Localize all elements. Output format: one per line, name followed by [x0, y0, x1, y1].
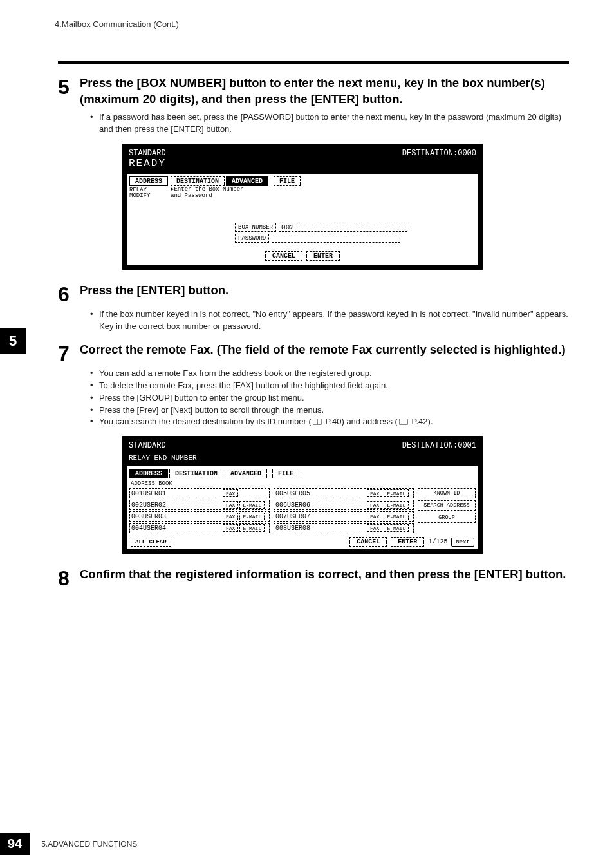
relay-modify-label: RELAY MODIFY — [129, 187, 150, 199]
divider — [58, 61, 569, 64]
step-5-bullets: If a password has been set, press the [P… — [90, 111, 569, 136]
sub-label: RELAY END NUMBER — [126, 454, 479, 466]
email-chip[interactable]: E-MAIL — [239, 513, 265, 520]
fax-chip[interactable]: FAX — [223, 513, 238, 520]
device-screenshot-2: STANDARD DESTINATION:0001 RELAY END NUMB… — [122, 436, 483, 554]
address-list-right: 005USER05 FAX E-MAIL 006USER06 FAX E-MAI… — [274, 488, 414, 534]
email-chip[interactable]: E-MAIL — [239, 501, 265, 509]
email-chip[interactable]: E-MAIL — [384, 513, 409, 520]
step-8: 8 Confirm that the registered informatio… — [58, 567, 569, 589]
bullet: You can add a remote Fax from the addres… — [90, 368, 569, 380]
step-title: Press the [ENTER] button. — [80, 283, 569, 305]
step-number: 5 — [58, 75, 80, 108]
page-number: 94 — [0, 833, 30, 855]
email-chip[interactable]: E-MAIL — [239, 524, 265, 532]
step-7-bullets: You can add a remote Fax from the addres… — [90, 368, 569, 428]
book-icon — [399, 419, 408, 425]
tab-file[interactable]: FILE — [272, 469, 299, 478]
step-number: 7 — [58, 342, 80, 364]
step-6: 6 Press the [ENTER] button. — [58, 283, 569, 305]
tab-destination[interactable]: DESTINATION — [169, 469, 223, 478]
enter-button[interactable]: ENTER — [391, 537, 424, 547]
tab-advanced[interactable]: ADVANCED — [225, 469, 267, 478]
step-number: 6 — [58, 283, 80, 305]
device-screenshot-1: STANDARD READY DESTINATION:0000 ADDRESS … — [122, 144, 483, 270]
ready-label: READY — [129, 158, 166, 169]
bullet: If the box number keyed in is not correc… — [90, 308, 569, 333]
fax-chip[interactable]: FAX — [367, 513, 382, 520]
tab-file[interactable]: FILE — [274, 176, 301, 186]
destination-count: DESTINATION:0001 — [402, 441, 476, 450]
group-button[interactable]: GROUP — [418, 513, 476, 523]
bullet: Press the [GROUP] button to enter the gr… — [90, 392, 569, 404]
next-button[interactable]: Next — [451, 538, 474, 547]
password-button[interactable]: PASSWORD — [235, 234, 269, 243]
mode-label: STANDARD — [129, 149, 166, 158]
address-entry[interactable]: 001USER01 FAX — [129, 488, 270, 498]
fax-chip[interactable]: FAX — [367, 524, 382, 532]
fax-chip[interactable]: FAX — [367, 489, 382, 497]
mode-label: STANDARD — [129, 441, 166, 450]
fax-chip[interactable]: FAX — [367, 501, 382, 509]
page-footer: 94 5.ADVANCED FUNCTIONS — [0, 833, 137, 855]
address-entry[interactable]: 003USER03 FAX E-MAIL — [129, 511, 270, 522]
address-book-label: ADDRESS BOOK — [131, 480, 476, 487]
address-entry[interactable]: 005USER05 FAX E-MAIL — [274, 488, 414, 498]
email-chip[interactable]: E-MAIL — [384, 489, 409, 497]
fax-chip[interactable]: FAX — [223, 501, 238, 509]
fax-chip[interactable]: FAX — [223, 524, 238, 532]
address-entry[interactable]: 006USER06 FAX E-MAIL — [274, 500, 414, 510]
address-list-left: 001USER01 FAX 002USER02 FAX E-MAIL 003US… — [129, 488, 270, 534]
tab-address[interactable]: ADDRESS — [129, 469, 168, 478]
hint-text: ▶Enter the Box Number and Password — [171, 187, 476, 200]
email-chip[interactable]: E-MAIL — [384, 524, 409, 532]
chapter-tab: 5 — [0, 328, 26, 354]
book-icon — [313, 419, 322, 425]
bullet: If a password has been set, press the [P… — [90, 111, 569, 136]
password-value[interactable] — [272, 234, 400, 243]
known-id-button[interactable]: KNOWN ID — [418, 488, 476, 498]
address-entry[interactable]: 007USER07 FAX E-MAIL — [274, 511, 414, 522]
destination-count: DESTINATION:0000 — [402, 149, 476, 169]
bullet: To delete the remote Fax, press the [FAX… — [90, 380, 569, 392]
step-6-bullets: If the box number keyed in is not correc… — [90, 308, 569, 333]
bullet: Press the [Prev] or [Next] button to scr… — [90, 404, 569, 417]
address-entry[interactable]: 004USER04 FAX E-MAIL — [129, 523, 270, 533]
address-entry[interactable]: 002USER02 FAX E-MAIL — [129, 500, 270, 510]
enter-button[interactable]: ENTER — [306, 251, 340, 261]
box-number-value[interactable]: 002 — [279, 223, 407, 232]
fax-chip[interactable]: FAX — [223, 489, 238, 497]
page-indicator: 1/125 — [428, 538, 447, 545]
cancel-button[interactable]: CANCEL — [349, 537, 387, 547]
step-title: Correct the remote Fax. (The field of th… — [80, 342, 569, 364]
cancel-button[interactable]: CANCEL — [265, 251, 302, 261]
box-number-button[interactable]: BOX NUMBER — [235, 223, 276, 232]
tab-advanced[interactable]: ADVANCED — [226, 176, 268, 186]
breadcrumb: 4.Mailbox Communication (Cont.) — [55, 19, 569, 29]
bullet: You can search the desired destination b… — [90, 416, 569, 428]
step-number: 8 — [58, 567, 80, 589]
tab-destination[interactable]: DESTINATION — [171, 176, 225, 186]
step-5: 5 Press the [BOX NUMBER] button to enter… — [58, 75, 569, 108]
address-entry[interactable]: 008USER08 FAX E-MAIL — [274, 523, 414, 533]
step-7: 7 Correct the remote Fax. (The field of … — [58, 342, 569, 364]
email-chip[interactable]: E-MAIL — [384, 501, 409, 509]
step-title: Press the [BOX NUMBER] button to enter t… — [80, 75, 569, 108]
footer-text: 5.ADVANCED FUNCTIONS — [41, 840, 137, 849]
tab-address[interactable]: ADDRESS — [129, 176, 168, 186]
step-title: Confirm that the registered information … — [80, 567, 569, 589]
all-clear-button[interactable]: ALL CLEAR — [131, 538, 171, 547]
search-address-button[interactable]: SEARCH ADDRESS — [418, 500, 476, 511]
